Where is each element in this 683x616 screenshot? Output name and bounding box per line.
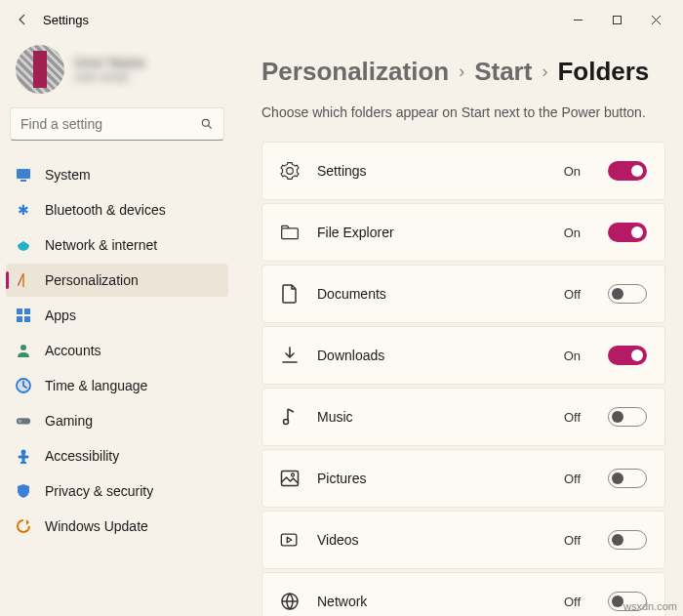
- row-icon: [280, 284, 300, 304]
- sidebar-item-personalization[interactable]: Personalization: [6, 264, 228, 297]
- sidebar-item-label: Accessibility: [45, 448, 119, 464]
- row-icon: [280, 469, 300, 488]
- folder-row-pictures: Pictures Off: [261, 449, 665, 508]
- sidebar-item-label: Time & language: [45, 378, 147, 393]
- sidebar-item-label: Apps: [45, 308, 76, 323]
- svg-point-21: [292, 473, 295, 476]
- row-icon: [280, 592, 300, 611]
- svg-rect-10: [24, 316, 30, 322]
- toggle-switch[interactable]: [608, 469, 647, 488]
- sidebar-item-label: Privacy & security: [45, 483, 153, 499]
- titlebar: Settings: [0, 0, 683, 39]
- row-label: Documents: [317, 286, 546, 302]
- sidebar-item-accounts[interactable]: Accounts: [6, 334, 228, 367]
- page-subtitle: Choose which folders appear on Start nex…: [261, 104, 665, 120]
- row-icon: [280, 161, 300, 181]
- nav-icon: [16, 378, 31, 393]
- sidebar-item-bluetooth-devices[interactable]: ✱Bluetooth & devices: [6, 193, 228, 226]
- avatar: [16, 45, 64, 94]
- svg-point-19: [284, 420, 289, 425]
- sidebar-item-gaming[interactable]: Gaming: [6, 404, 228, 437]
- breadcrumb-personalization[interactable]: Personalization: [261, 57, 449, 87]
- toggle-state-label: On: [564, 226, 581, 240]
- toggle-switch[interactable]: [608, 407, 647, 427]
- row-label: File Explorer: [317, 225, 546, 240]
- sidebar-item-time-language[interactable]: Time & language: [6, 369, 228, 402]
- close-button[interactable]: [636, 5, 675, 34]
- nav-icon: [16, 237, 31, 253]
- svg-line-3: [209, 126, 212, 129]
- sidebar-item-windows-update[interactable]: Windows Update: [6, 510, 228, 543]
- sidebar: User Name user email System✱Bluetooth & …: [0, 39, 234, 616]
- nav-icon: [16, 343, 31, 358]
- breadcrumb-folders: Folders: [557, 57, 649, 87]
- folder-row-documents: Documents Off: [261, 265, 665, 323]
- toggle-state-label: On: [564, 349, 581, 363]
- sidebar-item-accessibility[interactable]: Accessibility: [6, 439, 228, 472]
- profile-email: user email: [74, 70, 145, 84]
- toggle-switch[interactable]: [608, 530, 647, 550]
- svg-rect-9: [17, 316, 22, 322]
- sidebar-item-network-internet[interactable]: Network & internet: [6, 228, 228, 262]
- sidebar-item-label: Accounts: [45, 343, 101, 358]
- sidebar-item-label: Gaming: [45, 413, 93, 429]
- search-icon: [200, 117, 214, 131]
- toggle-switch[interactable]: [608, 223, 647, 242]
- sidebar-item-label: Bluetooth & devices: [45, 202, 166, 218]
- svg-point-2: [202, 119, 209, 126]
- sidebar-item-label: Network & internet: [45, 237, 157, 253]
- svg-rect-22: [281, 534, 296, 546]
- toggle-switch[interactable]: [608, 346, 647, 365]
- minimize-button[interactable]: [558, 5, 597, 34]
- profile-text: User Name user email: [74, 55, 145, 84]
- main-content: Personalization › Start › Folders Choose…: [234, 39, 683, 616]
- toggle-switch[interactable]: [608, 284, 647, 304]
- breadcrumb-start[interactable]: Start: [474, 57, 532, 87]
- folder-row-downloads: Downloads On: [261, 326, 665, 385]
- svg-point-15: [19, 420, 22, 424]
- row-label: Pictures: [317, 471, 546, 486]
- breadcrumb: Personalization › Start › Folders: [261, 57, 665, 87]
- nav-icon: [16, 167, 31, 183]
- nav-icon: [16, 483, 31, 499]
- toggle-switch[interactable]: [608, 161, 647, 181]
- svg-rect-18: [282, 228, 299, 239]
- profile[interactable]: User Name user email: [6, 39, 228, 107]
- nav-icon: [16, 448, 31, 464]
- row-label: Music: [317, 409, 546, 425]
- toggle-state-label: Off: [564, 595, 581, 609]
- svg-rect-4: [17, 169, 30, 179]
- sidebar-item-label: System: [45, 167, 91, 183]
- toggle-state-label: Off: [564, 287, 581, 302]
- folder-list: Settings On File Explorer On Documents O…: [261, 142, 665, 616]
- search-box[interactable]: [10, 107, 224, 141]
- chevron-right-icon: ›: [459, 62, 464, 82]
- svg-rect-7: [17, 308, 22, 314]
- svg-rect-1: [613, 16, 621, 23]
- row-icon: [280, 346, 300, 365]
- search-input[interactable]: [20, 116, 200, 132]
- sidebar-item-label: Personalization: [45, 272, 139, 288]
- row-icon: [280, 223, 300, 242]
- nav: System✱Bluetooth & devicesNetwork & inte…: [6, 158, 228, 543]
- row-label: Network: [317, 594, 546, 609]
- svg-rect-20: [282, 472, 299, 486]
- maximize-button[interactable]: [597, 5, 636, 34]
- sidebar-item-apps[interactable]: Apps: [6, 299, 228, 332]
- row-label: Downloads: [317, 348, 546, 363]
- nav-icon: [16, 413, 31, 429]
- nav-icon: ✱: [16, 202, 31, 218]
- folder-row-file-explorer: File Explorer On: [261, 203, 665, 262]
- sidebar-item-privacy-security[interactable]: Privacy & security: [6, 474, 228, 508]
- row-icon: [280, 407, 300, 427]
- sidebar-item-system[interactable]: System: [6, 158, 228, 191]
- toggle-state-label: On: [564, 164, 581, 179]
- back-button[interactable]: [8, 5, 37, 34]
- sidebar-item-label: Windows Update: [45, 518, 148, 534]
- svg-point-11: [20, 345, 26, 350]
- toggle-state-label: Off: [564, 410, 581, 425]
- folder-row-videos: Videos Off: [261, 511, 665, 569]
- watermark: wsxdn.com: [623, 600, 677, 612]
- row-label: Settings: [317, 163, 546, 179]
- nav-icon: [16, 272, 31, 288]
